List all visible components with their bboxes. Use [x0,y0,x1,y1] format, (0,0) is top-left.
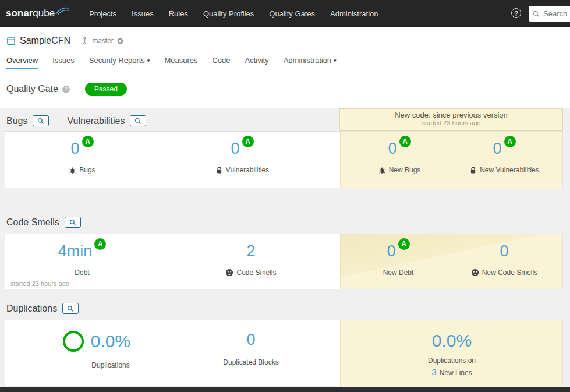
bug-icon [69,167,76,174]
project-header: SampleCFN master [0,27,570,46]
duplicated-blocks-label: Duplicated Blocks [201,358,300,366]
project-context-bar: SampleCFN master Overview Issues Securit… [0,27,570,69]
metric-new-debt: 0A New Debt [349,242,448,277]
tab-issues[interactable]: Issues [52,56,75,69]
tab-code[interactable]: Code [212,56,230,69]
metric-duplicated-blocks: 0 Duplicated Blocks [201,331,300,366]
project-name[interactable]: SampleCFN [20,36,70,46]
code-smell-icon [471,269,479,277]
nav-item-quality-gates[interactable]: Quality Gates [269,9,315,18]
nav-item-issues[interactable]: Issues [132,9,154,18]
new-code-banner-subtitle: started 23 hours ago [340,119,562,126]
metric-new-vulnerabilities: 0A New Vulnerabilities [455,140,554,174]
global-search-input[interactable]: Search [529,6,570,22]
new-lines-label-text: New Lines [440,369,472,377]
new-bugs-label-text: New Bugs [389,166,421,174]
bugs-vulnerabilities-card: 0A Bugs 0A Vulnerabilities 0A [5,131,563,188]
bugs-count[interactable]: 0 [70,140,79,157]
new-code-smells-label-text: New Code Smells [482,269,537,277]
branch-selector[interactable]: master [83,37,124,45]
new-code-smells-label: New Code Smells [455,269,554,277]
vulnerabilities-history-button[interactable] [130,115,146,126]
branch-name: master [92,37,114,45]
tab-measures-label: Measures [164,56,197,65]
new-vulnerabilities-value[interactable]: 0A [455,140,554,158]
new-debt-label: New Debt [349,269,448,277]
code-smells-section-header: Code Smells [6,217,81,228]
tab-overview-label: Overview [6,56,38,65]
logo-text-qube: qube [33,8,55,19]
nav-item-projects[interactable]: Projects [89,9,116,18]
debt-amount[interactable]: 4min [58,242,93,260]
vulnerabilities-label-text: Vulnerabilities [226,166,269,174]
new-bugs-count[interactable]: 0 [388,140,396,157]
code-smell-icon [225,269,233,277]
debt-rating-badge: A [94,238,106,250]
new-debt-value[interactable]: 0A [349,242,448,260]
new-bugs-label: New Bugs [350,166,449,174]
lock-icon [469,167,477,174]
top-navbar: sonarqube Projects Issues Rules Quality … [0,0,570,27]
new-duplications-label-text: Duplications on [428,356,476,365]
code-smells-value[interactable]: 2 [201,242,300,260]
duplicated-blocks-label-text: Duplicated Blocks [223,358,278,366]
new-bugs-value[interactable]: 0A [350,140,449,158]
tab-measures[interactable]: Measures [164,56,197,69]
new-duplications-label: Duplications on [402,356,501,365]
tab-code-label: Code [212,56,230,65]
branch-icon [83,37,89,45]
new-vulnerabilities-label: New Vulnerabilities [455,166,554,174]
vulnerabilities-rating-badge: A [242,136,254,147]
duplications-value-group: 0.0% [30,331,164,352]
duplications-value[interactable]: 0.0% [91,331,130,351]
metric-new-duplications: 0.0% Duplications on 3 New Lines [402,331,501,377]
project-icon [6,37,16,45]
tab-activity[interactable]: Activity [245,56,269,69]
duplications-section-header: Duplications [6,303,79,314]
new-debt-amount[interactable]: 0 [387,242,395,260]
duplications-history-button[interactable] [62,303,79,314]
search-placeholder: Search [543,9,567,18]
new-code-smells-value[interactable]: 0 [455,242,554,260]
metric-duplications: 0.0% Duplications [30,331,164,369]
metric-debt: 4minA Debt [33,242,132,277]
code-smells-card: 4minA Debt 2 Code Smells 0A New Debt 0 [5,234,563,289]
overview-content: Quality Gate ? Passed Bugs Vulnerabiliti… [0,70,570,387]
new-debt-rating-badge: A [398,238,410,250]
nav-item-rules[interactable]: Rules [169,9,188,18]
metric-code-smells: 2 Code Smells [201,242,300,277]
quality-gate-help-icon[interactable]: ? [62,86,70,93]
code-smells-history-button[interactable] [65,217,81,228]
vulnerabilities-value[interactable]: 0A [193,140,292,158]
bugs-value[interactable]: 0A [33,140,132,158]
tab-security-reports-label: Security Reports [89,56,145,65]
lock-icon [215,167,223,174]
leak-period-note: started 23 hours ago [10,280,69,287]
debt-label-text: Debt [75,269,89,277]
tab-administration-label: Administration [284,56,331,65]
help-icon[interactable]: ? [511,8,521,18]
code-smells-count[interactable]: 2 [246,242,255,260]
tab-administration[interactable]: Administration▾ [284,56,337,69]
sonarqube-logo[interactable]: sonarqube [6,8,69,19]
new-vulnerabilities-count[interactable]: 0 [493,140,501,157]
project-tabs: Overview Issues Security Reports▾ Measur… [6,56,337,69]
tab-security-reports[interactable]: Security Reports▾ [89,56,150,69]
new-duplications-value[interactable]: 0.0% [402,331,501,351]
tab-activity-label: Activity [245,56,269,65]
metric-bugs: 0A Bugs [33,140,132,174]
search-icon [533,10,540,17]
bugs-history-button[interactable] [33,115,49,126]
vulnerabilities-count[interactable]: 0 [231,140,239,157]
tab-overview[interactable]: Overview [6,56,38,69]
nav-item-quality-profiles[interactable]: Quality Profiles [203,9,254,18]
new-code-smells-count[interactable]: 0 [500,242,508,260]
duplications-section-title: Duplications [6,303,57,314]
new-lines-value[interactable]: 3 [431,367,436,377]
duplications-donut-icon [63,331,84,352]
debt-value[interactable]: 4minA [33,242,132,260]
quality-gate-status-badge: Passed [85,83,127,96]
duplicated-blocks-value[interactable]: 0 [201,331,300,349]
bugs-section-header: Bugs Vulnerabilities [6,115,146,126]
nav-item-administration[interactable]: Administration [330,9,378,18]
